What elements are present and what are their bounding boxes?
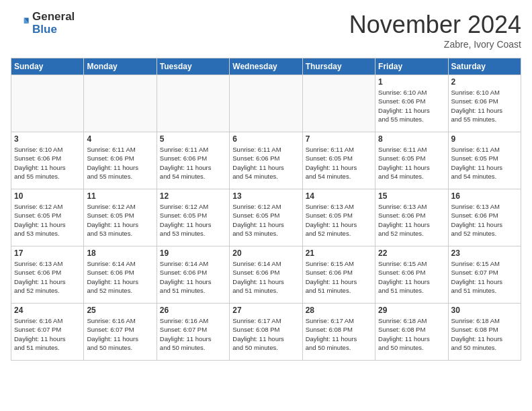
day-number: 21: [306, 248, 372, 258]
location: Zabre, Ivory Coast: [349, 39, 521, 50]
day-header-monday: Monday: [84, 58, 157, 75]
day-header-tuesday: Tuesday: [157, 58, 229, 75]
calendar-cell: 10Sunrise: 6:12 AMSunset: 6:05 PMDayligh…: [11, 189, 84, 246]
week-row-2: 10Sunrise: 6:12 AMSunset: 6:05 PMDayligh…: [11, 189, 521, 246]
day-number: 7: [306, 134, 372, 144]
calendar-cell: 30Sunrise: 6:18 AMSunset: 6:08 PMDayligh…: [448, 304, 521, 361]
page-header: General Blue November 2024 Zabre, Ivory …: [11, 11, 521, 50]
week-row-4: 24Sunrise: 6:16 AMSunset: 6:07 PMDayligh…: [11, 304, 521, 361]
day-number: 8: [378, 134, 445, 144]
calendar-cell: 8Sunrise: 6:11 AMSunset: 6:05 PMDaylight…: [375, 132, 448, 189]
day-header-wednesday: Wednesday: [230, 58, 302, 75]
logo-general-text: General: [32, 11, 75, 24]
day-info: Sunrise: 6:13 AMSunset: 6:06 PMDaylight:…: [378, 202, 445, 238]
header-row: SundayMondayTuesdayWednesdayThursdayFrid…: [11, 58, 521, 75]
day-number: 11: [87, 191, 153, 201]
day-header-friday: Friday: [375, 58, 448, 75]
logo-icon: [11, 14, 30, 33]
calendar-cell: 18Sunrise: 6:14 AMSunset: 6:06 PMDayligh…: [84, 246, 157, 304]
calendar-header: SundayMondayTuesdayWednesdayThursdayFrid…: [11, 58, 521, 75]
week-row-1: 3Sunrise: 6:10 AMSunset: 6:06 PMDaylight…: [11, 132, 521, 189]
calendar-cell: [157, 75, 229, 132]
calendar-table: SundayMondayTuesdayWednesdayThursdayFrid…: [11, 58, 521, 361]
title-area: November 2024 Zabre, Ivory Coast: [349, 11, 521, 50]
week-row-3: 17Sunrise: 6:13 AMSunset: 6:06 PMDayligh…: [11, 246, 521, 304]
day-number: 6: [232, 134, 299, 144]
calendar-cell: 28Sunrise: 6:17 AMSunset: 6:08 PMDayligh…: [302, 304, 375, 361]
calendar-cell: 6Sunrise: 6:11 AMSunset: 6:06 PMDaylight…: [230, 132, 302, 189]
calendar-cell: 3Sunrise: 6:10 AMSunset: 6:06 PMDaylight…: [11, 132, 84, 189]
calendar-cell: 13Sunrise: 6:12 AMSunset: 6:05 PMDayligh…: [230, 189, 302, 246]
day-info: Sunrise: 6:14 AMSunset: 6:06 PMDaylight:…: [160, 259, 226, 295]
day-number: 19: [160, 248, 226, 258]
day-number: 12: [160, 191, 226, 201]
day-info: Sunrise: 6:10 AMSunset: 6:06 PMDaylight:…: [378, 88, 445, 124]
day-number: 14: [306, 191, 372, 201]
day-info: Sunrise: 6:16 AMSunset: 6:07 PMDaylight:…: [87, 316, 153, 352]
day-number: 29: [378, 306, 445, 315]
calendar-cell: 16Sunrise: 6:13 AMSunset: 6:06 PMDayligh…: [448, 189, 521, 246]
day-number: 3: [14, 134, 81, 144]
day-info: Sunrise: 6:12 AMSunset: 6:05 PMDaylight:…: [160, 202, 226, 238]
day-info: Sunrise: 6:11 AMSunset: 6:05 PMDaylight:…: [378, 145, 445, 181]
day-number: 16: [451, 191, 518, 201]
day-number: 18: [87, 248, 153, 258]
calendar-cell: 14Sunrise: 6:13 AMSunset: 6:05 PMDayligh…: [302, 189, 375, 246]
day-number: 4: [87, 134, 153, 144]
day-info: Sunrise: 6:13 AMSunset: 6:06 PMDaylight:…: [451, 202, 518, 238]
day-info: Sunrise: 6:12 AMSunset: 6:05 PMDaylight:…: [87, 202, 153, 238]
calendar-cell: 2Sunrise: 6:10 AMSunset: 6:06 PMDaylight…: [448, 75, 521, 132]
day-number: 5: [160, 134, 226, 144]
week-row-0: 1Sunrise: 6:10 AMSunset: 6:06 PMDaylight…: [11, 75, 521, 132]
calendar-body: 1Sunrise: 6:10 AMSunset: 6:06 PMDaylight…: [11, 75, 521, 361]
logo-text: General Blue: [32, 11, 75, 36]
calendar-cell: 17Sunrise: 6:13 AMSunset: 6:06 PMDayligh…: [11, 246, 84, 304]
calendar-cell: 9Sunrise: 6:11 AMSunset: 6:05 PMDaylight…: [448, 132, 521, 189]
day-info: Sunrise: 6:18 AMSunset: 6:08 PMDaylight:…: [378, 316, 445, 352]
calendar-cell: [11, 75, 84, 132]
day-number: 10: [14, 191, 81, 201]
calendar-cell: [230, 75, 302, 132]
day-number: 25: [87, 306, 153, 315]
calendar-cell: [302, 75, 375, 132]
calendar-cell: 27Sunrise: 6:17 AMSunset: 6:08 PMDayligh…: [230, 304, 302, 361]
day-info: Sunrise: 6:14 AMSunset: 6:06 PMDaylight:…: [232, 259, 299, 295]
day-number: 23: [451, 248, 518, 258]
day-info: Sunrise: 6:11 AMSunset: 6:05 PMDaylight:…: [451, 145, 518, 181]
day-info: Sunrise: 6:10 AMSunset: 6:06 PMDaylight:…: [14, 145, 81, 181]
day-number: 20: [232, 248, 299, 258]
calendar-cell: 11Sunrise: 6:12 AMSunset: 6:05 PMDayligh…: [84, 189, 157, 246]
calendar-cell: 25Sunrise: 6:16 AMSunset: 6:07 PMDayligh…: [84, 304, 157, 361]
day-number: 13: [232, 191, 299, 201]
day-number: 1: [378, 77, 445, 87]
logo: General Blue: [11, 11, 75, 36]
day-info: Sunrise: 6:10 AMSunset: 6:06 PMDaylight:…: [451, 88, 518, 124]
day-info: Sunrise: 6:18 AMSunset: 6:08 PMDaylight:…: [451, 316, 518, 352]
logo-blue-text: Blue: [32, 24, 75, 36]
calendar-cell: 23Sunrise: 6:15 AMSunset: 6:07 PMDayligh…: [448, 246, 521, 304]
day-info: Sunrise: 6:13 AMSunset: 6:05 PMDaylight:…: [306, 202, 372, 238]
day-info: Sunrise: 6:12 AMSunset: 6:05 PMDaylight:…: [232, 202, 299, 238]
calendar-cell: 21Sunrise: 6:15 AMSunset: 6:06 PMDayligh…: [302, 246, 375, 304]
day-info: Sunrise: 6:11 AMSunset: 6:05 PMDaylight:…: [306, 145, 372, 181]
day-number: 9: [451, 134, 518, 144]
month-title: November 2024: [349, 11, 521, 39]
calendar-cell: 4Sunrise: 6:11 AMSunset: 6:06 PMDaylight…: [84, 132, 157, 189]
day-info: Sunrise: 6:16 AMSunset: 6:07 PMDaylight:…: [160, 316, 226, 352]
day-info: Sunrise: 6:13 AMSunset: 6:06 PMDaylight:…: [14, 259, 81, 295]
day-info: Sunrise: 6:15 AMSunset: 6:07 PMDaylight:…: [451, 259, 518, 295]
day-info: Sunrise: 6:16 AMSunset: 6:07 PMDaylight:…: [14, 316, 81, 352]
day-info: Sunrise: 6:17 AMSunset: 6:08 PMDaylight:…: [306, 316, 372, 352]
day-info: Sunrise: 6:11 AMSunset: 6:06 PMDaylight:…: [87, 145, 153, 181]
day-number: 24: [14, 306, 81, 315]
day-header-saturday: Saturday: [448, 58, 521, 75]
day-number: 26: [160, 306, 226, 315]
day-number: 17: [14, 248, 81, 258]
day-info: Sunrise: 6:17 AMSunset: 6:08 PMDaylight:…: [232, 316, 299, 352]
day-info: Sunrise: 6:14 AMSunset: 6:06 PMDaylight:…: [87, 259, 153, 295]
calendar-cell: 22Sunrise: 6:15 AMSunset: 6:06 PMDayligh…: [375, 246, 448, 304]
day-number: 15: [378, 191, 445, 201]
day-number: 22: [378, 248, 445, 258]
calendar-cell: 12Sunrise: 6:12 AMSunset: 6:05 PMDayligh…: [157, 189, 229, 246]
calendar-cell: 5Sunrise: 6:11 AMSunset: 6:06 PMDaylight…: [157, 132, 229, 189]
